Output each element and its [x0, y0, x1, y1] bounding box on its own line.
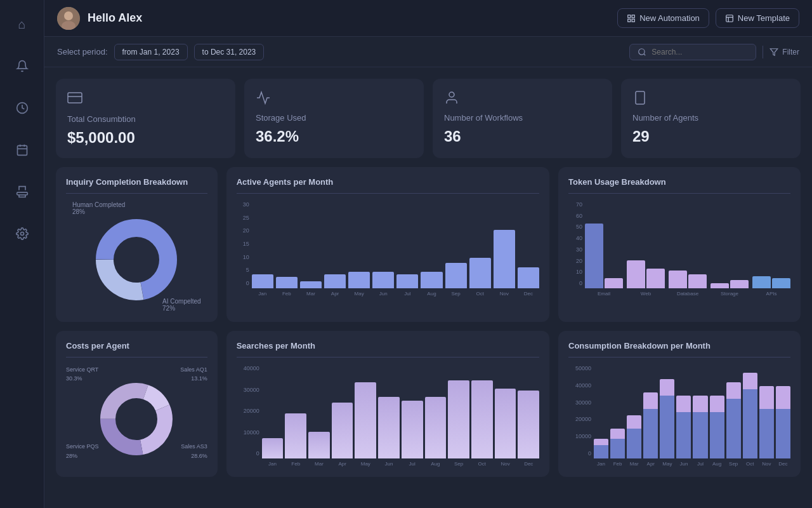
search-input[interactable] — [652, 48, 740, 57]
svg-marker-19 — [770, 48, 778, 55]
svg-point-6 — [20, 232, 23, 236]
svg-line-18 — [644, 53, 646, 55]
storage-icon — [256, 90, 412, 108]
stats-row: Total Consumbtion $5,000.00 Storage Used… — [56, 79, 801, 158]
period-label: Select period: — [57, 47, 108, 57]
svg-rect-12 — [632, 19, 634, 22]
topbar: Hello Alex New Automation New Template — [44, 0, 812, 37]
storage-value: 36.2% — [256, 128, 412, 145]
charts-row-2: Costs per Agent Service QRT 30.3% Sales … — [56, 331, 801, 477]
inquiry-title: Inquiry Completion Breakdown — [66, 177, 207, 187]
workflows-label: Number of Workflows — [444, 113, 601, 123]
topbar-greeting: Hello Alex — [88, 11, 142, 25]
agents-value: 29 — [632, 128, 789, 145]
search-icon — [638, 48, 646, 57]
home-icon[interactable]: ⌂ — [11, 13, 34, 36]
consumption-value: $5,000.00 — [67, 129, 224, 147]
avatar — [57, 7, 80, 30]
main-area: Hello Alex New Automation New Template S… — [44, 0, 812, 508]
settings-icon[interactable] — [11, 222, 34, 245]
costs-per-agent-chart: Costs per Agent Service QRT 30.3% Sales … — [56, 331, 218, 477]
to-date-button[interactable]: to Dec 31, 2023 — [194, 44, 265, 60]
agents-icon — [632, 90, 789, 108]
active-agents-chart: Active Agents per Month 302520151050 — [226, 167, 549, 322]
new-template-button[interactable]: New Template — [716, 8, 799, 28]
svg-rect-14 — [726, 15, 733, 22]
svg-rect-5 — [19, 195, 25, 197]
token-usage-chart: Token Usage Breakdown 706050403020100 — [558, 167, 801, 322]
new-automation-label: New Automation — [639, 13, 700, 23]
search-container — [629, 44, 756, 60]
workflows-icon — [444, 90, 601, 108]
inquiry-chart: Inquiry Completion Breakdown Human Compl… — [56, 167, 218, 322]
new-template-label: New Template — [738, 13, 790, 23]
consumption-bars — [594, 365, 790, 458]
filter-divider — [763, 46, 763, 58]
topbar-left: Hello Alex — [57, 7, 142, 30]
dashboard: Total Consumbtion $5,000.00 Storage Used… — [44, 67, 812, 508]
svg-point-8 — [64, 11, 73, 20]
consumption-breakdown-title: Consumption Breakdown per Month — [568, 341, 790, 351]
token-title: Token Usage Breakdown — [568, 177, 790, 187]
svg-rect-11 — [632, 15, 634, 17]
svg-rect-13 — [628, 19, 631, 22]
consumption-breakdown-chart: Consumption Breakdown per Month 50000400… — [558, 331, 801, 477]
active-agents-bars — [252, 201, 539, 288]
costs-title: Costs per Agent — [66, 341, 207, 351]
donut-chart — [92, 215, 181, 304]
stat-card-consumption: Total Consumbtion $5,000.00 — [56, 79, 235, 158]
stat-card-agents: Number of Agents 29 — [621, 79, 801, 158]
from-date-button[interactable]: from Jan 1, 2023 — [114, 44, 188, 60]
stat-card-workflows: Number of Workflows 36 — [433, 79, 612, 158]
charts-row-1: Inquiry Completion Breakdown Human Compl… — [56, 167, 801, 322]
filter-label-text: Filter — [782, 48, 799, 57]
filter-button[interactable]: Filter — [769, 48, 799, 57]
agents-label: Number of Agents — [632, 113, 789, 123]
gauge-icon[interactable] — [11, 97, 34, 119]
bell-icon[interactable] — [11, 55, 34, 77]
costs-donut — [95, 378, 178, 460]
svg-rect-20 — [68, 93, 82, 103]
active-agents-title: Active Agents per Month — [237, 177, 539, 187]
stat-card-storage: Storage Used 36.2% — [244, 79, 424, 158]
filter-icon — [769, 48, 778, 57]
token-bars — [585, 201, 790, 288]
human-label: Human Completed 28% — [72, 201, 125, 215]
trophy-icon[interactable] — [11, 180, 34, 203]
topbar-actions: New Automation New Template — [617, 8, 799, 28]
ai-label: AI Compelted 72% — [162, 298, 201, 312]
searches-chart: Searches per Month 400003000020000100000 — [226, 331, 549, 477]
consumption-label: Total Consumbtion — [67, 114, 224, 124]
consumption-icon — [67, 90, 224, 109]
svg-rect-1 — [17, 145, 27, 155]
searches-bars — [262, 365, 539, 458]
svg-rect-10 — [628, 15, 631, 17]
filterbar: Select period: from Jan 1, 2023 to Dec 3… — [44, 37, 812, 67]
storage-label: Storage Used — [256, 113, 412, 123]
calendar-icon[interactable] — [11, 138, 34, 161]
new-automation-button[interactable]: New Automation — [617, 8, 709, 28]
sidebar: ⌂ — [0, 0, 44, 508]
svg-point-17 — [639, 48, 645, 54]
svg-point-22 — [449, 92, 454, 97]
workflows-value: 36 — [444, 128, 601, 145]
searches-title: Searches per Month — [237, 341, 539, 351]
